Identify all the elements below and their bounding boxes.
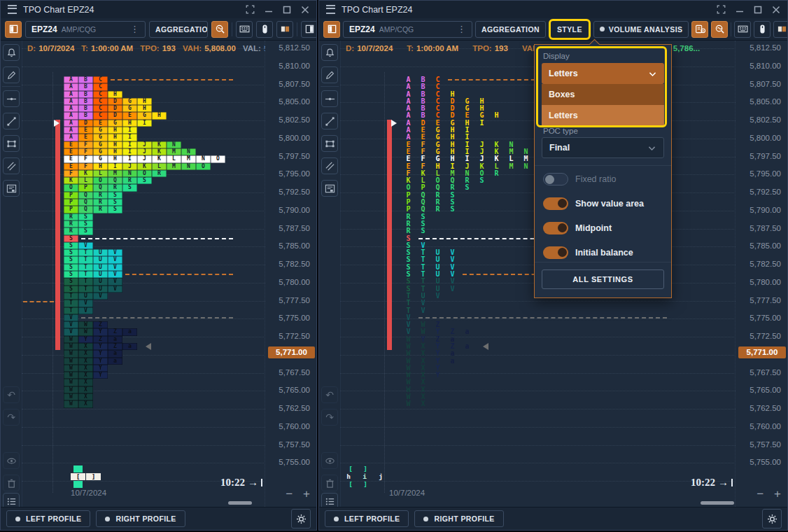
zoom-in-button[interactable]: + [774,488,781,500]
instrument-selector[interactable]: EPZ24 AMP/CQG ⋮ [343,21,472,38]
hline-icon[interactable] [321,90,338,107]
study-info-icon[interactable] [691,21,708,38]
redo-icon[interactable]: ↷ [3,409,20,426]
zoom-wave-icon[interactable] [211,21,228,38]
rect-icon[interactable] [321,135,338,152]
mouse-trading-icon[interactable] [256,21,273,38]
price-label: 5,782.50 [279,260,310,270]
trend-icon[interactable] [321,113,338,130]
menu-icon[interactable] [8,5,17,14]
divider [297,22,297,36]
horizontal-scrollbar[interactable] [701,501,734,505]
zoom-out-button[interactable]: − [757,488,764,500]
undo-icon[interactable]: ↶ [3,386,20,403]
aggregation-button[interactable]: AGGREGATION [149,21,208,38]
initial-balance-bar [55,120,60,351]
bell-icon[interactable] [321,44,338,61]
fullscreen-icon[interactable] [246,5,255,14]
redo-icon[interactable]: ↷ [321,409,338,426]
bell-icon[interactable] [3,44,20,61]
display-select[interactable]: Letters [542,63,664,84]
tpo-cell: E [93,120,108,127]
maximize-icon[interactable] [282,5,291,14]
trend-icon[interactable] [3,113,20,130]
display-label: Display [543,52,570,60]
left-profile-button[interactable]: LEFT PROFILE [325,510,409,527]
price-label: 5,785.00 [750,241,781,251]
volume-analysis-button[interactable]: VOLUME ANALYSIS [593,21,689,38]
listcfg-icon[interactable] [321,180,338,197]
show-value-area-toggle[interactable] [543,197,568,210]
tpo-cell: I [122,127,137,134]
close-icon[interactable] [300,5,309,14]
right-profile-button[interactable]: RIGHT PROFILE [414,510,503,527]
initial-balance-toggle[interactable] [543,246,568,259]
trash-icon[interactable] [321,475,338,491]
keyboard-trading-icon[interactable] [236,21,253,38]
poc-type-select[interactable]: Final [542,137,664,158]
instrument-selector[interactable]: EPZ24 AMP/CQG ⋮ [25,21,146,38]
chart-area[interactable]: D:10/7/2024 T:1:00:00 AM TPO:193 VAH:5,8… [22,41,265,507]
gridline [22,48,265,49]
pencil-icon[interactable] [321,66,338,83]
fixed-ratio-toggle[interactable] [543,173,568,186]
undo-icon[interactable]: ↶ [321,386,338,403]
minimize-icon[interactable] [264,5,273,14]
zoom-wave-icon[interactable] [711,21,728,38]
display-option-letters[interactable]: Letters [542,105,664,126]
tpo-cell: H [108,91,122,98]
tpo-row: WX [64,400,233,407]
fullscreen-icon[interactable] [717,5,726,14]
kebab-icon[interactable]: ⋮ [457,24,466,34]
tpo-cell: G [137,112,152,119]
price-label: 5,790.00 [279,206,310,216]
mouse-trading-icon[interactable] [754,21,771,38]
horizontal-scrollbar[interactable] [228,501,252,505]
orders-panel-icon[interactable] [276,21,293,38]
maximize-icon[interactable] [753,5,762,14]
zoom-in-button[interactable]: + [303,488,310,500]
pencil-icon[interactable] [3,66,20,83]
trash-icon[interactable] [3,475,20,491]
eye-icon[interactable] [3,452,20,469]
chart-mode-button[interactable] [323,21,340,38]
rect-icon[interactable] [3,135,20,152]
price-axis[interactable]: 5,812.505,810.005,807.505,805.005,802.50… [265,41,316,507]
close-icon[interactable] [771,5,780,14]
listcfg-icon[interactable] [3,180,20,197]
keyboard-trading-icon[interactable] [734,21,751,38]
settings-gear-icon[interactable] [291,509,311,528]
tpo-cell: G [93,134,108,141]
window-tpo-chart-right: TPO Chart EPZ24 EPZ24 AMP/CQG ⋮ AGGREGAT… [318,0,788,531]
kebab-icon[interactable]: ⋮ [130,24,139,34]
price-label: 5,797.50 [750,152,781,162]
hline-icon[interactable] [3,90,20,107]
tpo-cell: Y [93,372,108,379]
right-profile-button[interactable]: RIGHT PROFILE [96,510,185,527]
display-option-boxes[interactable]: Boxes [542,84,664,105]
settings-gear-icon[interactable] [762,509,782,528]
zoom-out-button[interactable]: − [286,488,293,500]
minimize-icon[interactable] [735,5,744,14]
tpo-cell: V [416,307,430,314]
chart-mode-button[interactable] [5,21,22,38]
eye-icon[interactable] [321,452,338,469]
tpo-cell: Y [93,343,108,350]
tpo-cell: Z [93,321,108,328]
parallel-icon[interactable] [3,158,20,174]
tpo-cell: a [445,358,460,365]
menu-icon[interactable] [326,5,335,14]
tpo-cell: Y [93,365,108,372]
left-profile-button[interactable]: LEFT PROFILE [6,510,90,527]
divider [2,86,20,87]
orders-panel-icon[interactable] [773,21,788,38]
parallel-icon[interactable] [321,158,338,174]
style-button[interactable]: STYLE [551,22,588,37]
midpoint-toggle[interactable] [543,222,568,234]
all-settings-button[interactable]: ALL SETTINGS [542,270,664,289]
aggregation-button[interactable]: AGGREGATION [475,21,546,38]
panel-layout-icon[interactable] [301,21,317,38]
price-axis[interactable]: 5,812.505,810.005,807.505,805.005,802.50… [735,41,787,507]
tpo-cell: S [78,220,93,227]
tpo-row: WYZa [64,336,233,343]
